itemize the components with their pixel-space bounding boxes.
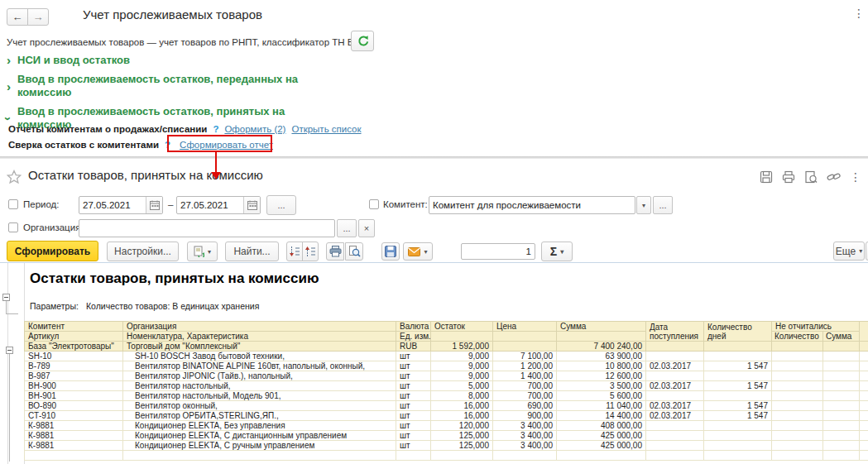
- cell-days[interactable]: [704, 431, 772, 441]
- cell-ne-sum[interactable]: [823, 451, 860, 461]
- cell-sliver[interactable]: [860, 381, 868, 391]
- cell-ostatok[interactable]: 125,000: [431, 431, 493, 441]
- period-from-input[interactable]: [79, 197, 146, 213]
- help-icon[interactable]: ?: [213, 124, 218, 134]
- col-org[interactable]: Организация: [123, 322, 396, 332]
- window-menu-icon[interactable]: ⋮: [853, 7, 865, 19]
- cell-sum[interactable]: 14 400,00: [557, 411, 646, 421]
- cell-sliver[interactable]: [860, 361, 868, 371]
- cell-nomenclature[interactable]: Вентилятор настольный,: [123, 381, 396, 391]
- komitent-select-button[interactable]: ...: [653, 196, 673, 214]
- cell-unit[interactable]: шт: [396, 431, 431, 441]
- collapse-data-group-toggle[interactable]: [6, 347, 13, 354]
- cell-days[interactable]: [704, 371, 772, 381]
- cell-ne-sum[interactable]: [823, 431, 860, 441]
- cell-ne-sum[interactable]: [823, 381, 860, 391]
- cell-ne-qty[interactable]: [772, 381, 823, 391]
- more-button[interactable]: Еще ▾: [833, 242, 865, 261]
- cell-nomenclature[interactable]: Кондиционер ELEKTA, Без управления: [123, 421, 396, 431]
- cell-ne-qty[interactable]: [772, 371, 823, 381]
- report-variants-button[interactable]: ▾: [187, 242, 218, 261]
- cell-nomenclature[interactable]: Кондиционер ELEKTA, С ручным управлением: [123, 441, 396, 451]
- col-komitent[interactable]: Комитент: [25, 322, 123, 332]
- cell-date[interactable]: [646, 431, 704, 441]
- cell-ne-qty[interactable]: [772, 401, 823, 411]
- cell-nomenclature[interactable]: Вентилятор ОРБИТА,STERLING,ЯП.,: [123, 411, 396, 421]
- cell-nomenclature[interactable]: Вентилятор настольный, Модель 901,: [123, 391, 396, 401]
- generate-button[interactable]: Сформировать: [7, 241, 98, 261]
- cell-ne-sum[interactable]: [823, 421, 860, 431]
- cell-ne-sum[interactable]: [823, 401, 860, 411]
- cell-price[interactable]: 1 400,00: [493, 371, 557, 381]
- cell-days[interactable]: 1 547: [704, 411, 772, 421]
- cell-ostatok[interactable]: 9,000: [431, 361, 493, 371]
- cell-sum[interactable]: 425 000,00: [557, 441, 646, 451]
- organization-checkbox[interactable]: [8, 222, 18, 232]
- cell-sliver[interactable]: [860, 352, 868, 361]
- cell-unit[interactable]: шт: [396, 441, 431, 451]
- cell-ostatok[interactable]: 16,000: [431, 401, 493, 411]
- cell-date[interactable]: [646, 342, 704, 352]
- cell-price[interactable]: 900,00: [493, 411, 557, 421]
- cell-unit[interactable]: шт: [396, 381, 431, 391]
- sum-button[interactable]: Σ ▾: [541, 242, 573, 261]
- cell-ne-sum[interactable]: [823, 411, 860, 421]
- cell-ne-sum[interactable]: [823, 352, 860, 361]
- cell-days[interactable]: [704, 451, 772, 461]
- col-date[interactable]: Дата поступления: [646, 322, 704, 342]
- find-button[interactable]: Найти...: [225, 242, 279, 261]
- link-icon[interactable]: [827, 170, 841, 184]
- cell-date[interactable]: 02.03.2017: [646, 361, 704, 371]
- cell-date[interactable]: 02.03.2017: [646, 411, 704, 421]
- cell-sliver[interactable]: [860, 451, 868, 461]
- col-ostatok-sub[interactable]: [431, 332, 493, 342]
- cell-unit[interactable]: шт: [396, 371, 431, 381]
- cell-date[interactable]: [646, 441, 704, 451]
- cell-date[interactable]: [646, 391, 704, 401]
- cell-sliver[interactable]: [860, 401, 868, 411]
- cell-days[interactable]: [704, 441, 772, 451]
- cell-days[interactable]: 1 547: [704, 401, 772, 411]
- print-icon[interactable]: [782, 170, 795, 184]
- cell-ne-qty[interactable]: [772, 441, 823, 451]
- cell-ne-sum[interactable]: [823, 391, 860, 401]
- cell-nomenclature[interactable]: Вентилятор BINATONE ALPINE 160вт, наполь…: [123, 361, 396, 371]
- col-ne-otchitalis[interactable]: Не отчитались: [772, 322, 860, 332]
- cell-price[interactable]: 690,00: [493, 401, 557, 411]
- cell-unit[interactable]: шт: [396, 411, 431, 421]
- cell-price[interactable]: 700,00: [493, 391, 557, 401]
- cell-sliver[interactable]: [860, 391, 868, 401]
- cell-price[interactable]: 3 400,00: [493, 441, 557, 451]
- col-days[interactable]: Количество дней: [704, 322, 772, 342]
- cell-sum[interactable]: 408 000,00: [557, 421, 646, 431]
- organization-select-button[interactable]: ...: [337, 219, 357, 237]
- col-sum-sub[interactable]: [557, 332, 646, 342]
- cell-days[interactable]: [704, 391, 772, 401]
- cell-ostatok[interactable]: 1 592,000: [431, 342, 493, 352]
- cell-sum[interactable]: 11 040,00: [557, 401, 646, 411]
- send-mail-button[interactable]: ▾: [403, 242, 433, 261]
- link-oformit[interactable]: Оформить (2): [224, 124, 285, 134]
- cell-ostatok[interactable]: 5,000: [431, 381, 493, 391]
- organization-clear-button[interactable]: ×: [358, 219, 375, 237]
- nav-back-button[interactable]: ←: [7, 8, 28, 26]
- col-ne-sum[interactable]: Сумма: [823, 332, 860, 342]
- cell-price[interactable]: [493, 342, 557, 352]
- cell-artikul[interactable]: СТ-910: [25, 411, 123, 421]
- cell-artikul[interactable]: В-987: [25, 371, 123, 381]
- cell-price[interactable]: 1 200,00: [493, 361, 557, 371]
- cell-unit[interactable]: шт: [396, 361, 431, 371]
- cell-ne-sum[interactable]: [823, 441, 860, 451]
- cell-sliver[interactable]: [860, 431, 868, 441]
- cell-sliver[interactable]: [860, 342, 868, 352]
- nav-section-nsi[interactable]: › НСИ и ввод остатков: [7, 53, 130, 67]
- print-preview-button[interactable]: [345, 242, 363, 261]
- period-more-button[interactable]: ...: [266, 195, 296, 215]
- cell-ne-qty[interactable]: [772, 431, 823, 441]
- count-field[interactable]: [461, 243, 535, 260]
- cell-ostatok[interactable]: 16,000: [431, 411, 493, 421]
- report-menu-icon[interactable]: ⋮: [850, 171, 861, 183]
- cell-sum[interactable]: 5 600,00: [557, 391, 646, 401]
- cell-date[interactable]: [646, 371, 704, 381]
- cell-unit[interactable]: [396, 451, 431, 461]
